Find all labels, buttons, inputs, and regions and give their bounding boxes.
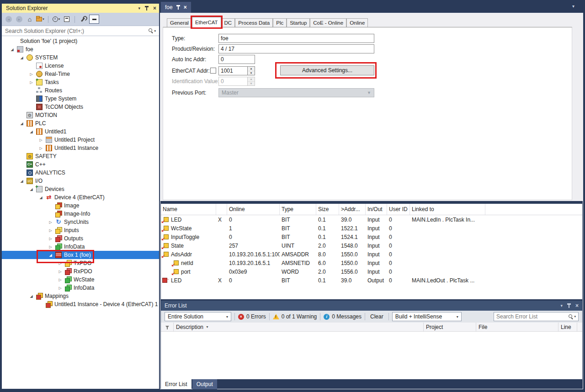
- tree-item-type-system[interactable]: Type System: [2, 95, 159, 103]
- home-icon[interactable]: ⌂: [26, 15, 34, 23]
- tree-expander-icon[interactable]: ▷: [46, 245, 55, 249]
- grid-column-type[interactable]: Type: [280, 204, 316, 215]
- tree-item-rxpdo[interactable]: ▷RxPDO: [2, 267, 159, 275]
- tab-general[interactable]: General: [167, 18, 192, 27]
- tree-expander-icon[interactable]: ◢: [27, 294, 36, 298]
- tree-expander-icon[interactable]: ▷: [46, 220, 55, 224]
- line-column-header[interactable]: Line: [558, 323, 577, 331]
- tree-item-txpdo[interactable]: ▷TxPDO: [2, 259, 159, 267]
- pin-icon[interactable]: [567, 303, 571, 308]
- description-column-header[interactable]: Description ▼: [174, 323, 424, 331]
- tree-item-wcstate[interactable]: ▷WcState: [2, 275, 159, 284]
- tree-item-system[interactable]: ◢SYSTEM: [2, 53, 159, 62]
- tree-item-untitled1-project[interactable]: ▷Untitled1 Project: [2, 136, 159, 144]
- tree-item-analytics[interactable]: ANALYTICS: [2, 169, 159, 177]
- auto-inc-addr-field[interactable]: [218, 55, 255, 64]
- tree-expander-icon[interactable]: ◢: [36, 196, 46, 200]
- tree-item-tasks[interactable]: ▷Tasks: [2, 78, 159, 86]
- build-intellisense-dropdown[interactable]: Build + IntelliSense ▾: [392, 312, 462, 321]
- tree-item-routes[interactable]: Routes: [2, 86, 159, 95]
- tree-item-untitled1[interactable]: ◢Untitled1: [2, 127, 159, 136]
- bottom-tab-error-list[interactable]: Error List: [161, 379, 191, 389]
- tree-expander-icon[interactable]: ▷: [55, 278, 65, 282]
- pending-changes-filter-icon[interactable]: ▾: [52, 15, 60, 23]
- search-icon[interactable]: [569, 314, 574, 319]
- grid-row-led[interactable]: LEDX0BIT0.139.0Input0MAIN.LedIn . PlcTas…: [161, 215, 582, 224]
- grid-column-linked-to[interactable]: Linked to: [410, 204, 485, 215]
- close-icon[interactable]: ×: [184, 5, 187, 10]
- tree-expander-icon[interactable]: ◢: [27, 187, 36, 191]
- close-icon[interactable]: ×: [153, 5, 156, 11]
- properties-wrench-icon[interactable]: [79, 15, 87, 23]
- tab-dc[interactable]: DC: [221, 18, 235, 27]
- file-column-header[interactable]: File: [476, 323, 558, 331]
- tree-item-box-1-foe[interactable]: ◢Box 1 (foe): [2, 251, 159, 259]
- tree-item-syncunits[interactable]: ▷↻SyncUnits: [2, 218, 159, 226]
- grid-column-addr[interactable]: >Addr...: [339, 204, 366, 215]
- tree-expander-icon[interactable]: ▷: [36, 138, 46, 142]
- grid-row-state[interactable]: State257UINT2.01548.0Input0: [161, 241, 582, 250]
- tree-expander-icon[interactable]: ▷: [55, 270, 65, 274]
- tab-startup[interactable]: Startup: [287, 18, 310, 27]
- switch-views-icon[interactable]: ▾: [36, 15, 44, 23]
- tree-item-motion[interactable]: ⚙MOTION: [2, 111, 159, 119]
- tree-expander-icon[interactable]: ◢: [17, 179, 27, 183]
- messages-filter-button[interactable]: i 0 Messages: [324, 313, 362, 320]
- severity-filter-column[interactable]: [161, 323, 174, 331]
- tab-online[interactable]: Online: [346, 18, 368, 27]
- close-icon[interactable]: ×: [575, 303, 579, 308]
- grid-row-adsaddr[interactable]: AdsAddr10.193.20.16.5.1:1001AMSADDR8.015…: [161, 250, 582, 259]
- tree-item-real-time[interactable]: ▷Real-Time: [2, 70, 159, 78]
- tree-item-untitled1-instance-device-4-ethercat-1[interactable]: Untitled1 Instance - Device 4 (EtherCAT)…: [2, 300, 159, 308]
- scope-dropdown[interactable]: Entire Solution ▾: [165, 312, 231, 321]
- window-position-icon[interactable]: ▾: [560, 304, 563, 308]
- tree-item-inputs[interactable]: ▷Inputs: [2, 226, 159, 234]
- grid-column-size[interactable]: Size: [316, 204, 339, 215]
- tree-item-devices[interactable]: ◢Devices: [2, 185, 159, 193]
- tree-item-device-4-ethercat[interactable]: ◢⇄Device 4 (EtherCAT): [2, 193, 159, 201]
- project-column-header[interactable]: Project: [424, 323, 476, 331]
- tab-ethercat[interactable]: EtherCAT: [192, 17, 221, 27]
- tree-expander-icon[interactable]: ▷: [27, 80, 36, 85]
- tree-expander-icon[interactable]: ▷: [55, 286, 65, 290]
- collapse-all-icon[interactable]: [63, 15, 71, 23]
- warnings-filter-button[interactable]: 0 of 1 Warning: [273, 313, 317, 320]
- grid-column-online[interactable]: Online: [227, 204, 280, 215]
- tree-item-foe[interactable]: ◢foe: [2, 45, 159, 53]
- grid-column-flag[interactable]: [216, 204, 227, 215]
- tree-item-outputs[interactable]: ▷Outputs: [2, 234, 159, 243]
- grid-column-in-out[interactable]: In/Out: [366, 204, 387, 215]
- search-input[interactable]: [5, 28, 149, 34]
- tree-expander-icon[interactable]: ▷: [46, 228, 55, 233]
- clear-button[interactable]: Clear: [368, 313, 385, 320]
- tree-expander-icon[interactable]: ▷: [46, 237, 55, 241]
- grid-column-name[interactable]: Name: [161, 204, 216, 215]
- advanced-settings-button[interactable]: Advanced Settings...: [280, 65, 374, 75]
- tab-coe-online[interactable]: CoE - Online: [310, 18, 346, 27]
- grid-row-wcstate[interactable]: WcState1BIT0.11522.1Input0: [161, 224, 582, 233]
- back-icon[interactable]: ◂: [5, 15, 13, 23]
- tab-plc[interactable]: Plc: [273, 18, 287, 27]
- tree-expander-icon[interactable]: ◢: [46, 253, 55, 257]
- window-position-icon[interactable]: ▾: [138, 6, 140, 11]
- grid-row-inputtoggle[interactable]: InputToggle0BIT0.11524.1Input0: [161, 233, 582, 241]
- ethercat-addr-checkbox[interactable]: [210, 68, 216, 74]
- grid-column-user-id[interactable]: User ID: [387, 204, 410, 215]
- tree-expander-icon[interactable]: ▷: [27, 72, 36, 76]
- product-revision-field[interactable]: [218, 44, 374, 53]
- type-field[interactable]: [218, 34, 374, 43]
- tree-item-mappings[interactable]: ◢Mappings: [2, 292, 159, 300]
- tree-item-image[interactable]: Image: [2, 201, 159, 210]
- tree-expander-icon[interactable]: ◢: [17, 122, 27, 126]
- tree-expander-icon[interactable]: ▷: [55, 261, 65, 265]
- document-tab-foe[interactable]: foe ×: [161, 2, 191, 13]
- bottom-tab-output[interactable]: Output: [192, 379, 217, 389]
- tree-item-safety[interactable]: ⚙SAFETY: [2, 152, 159, 160]
- search-options-chevron-icon[interactable]: ▾: [574, 315, 576, 318]
- tree-expander-icon[interactable]: ◢: [27, 130, 36, 134]
- grid-row-port[interactable]: port0x03e9WORD2.01556.0Input0: [161, 267, 582, 276]
- tree-item-untitled1-instance[interactable]: ▷Untitled1 Instance: [2, 144, 159, 152]
- tree-item-infodata[interactable]: ▷InfoData: [2, 243, 159, 251]
- tree-item-license[interactable]: License: [2, 62, 159, 70]
- ethercat-addr-spinner[interactable]: ▲▼: [248, 66, 255, 75]
